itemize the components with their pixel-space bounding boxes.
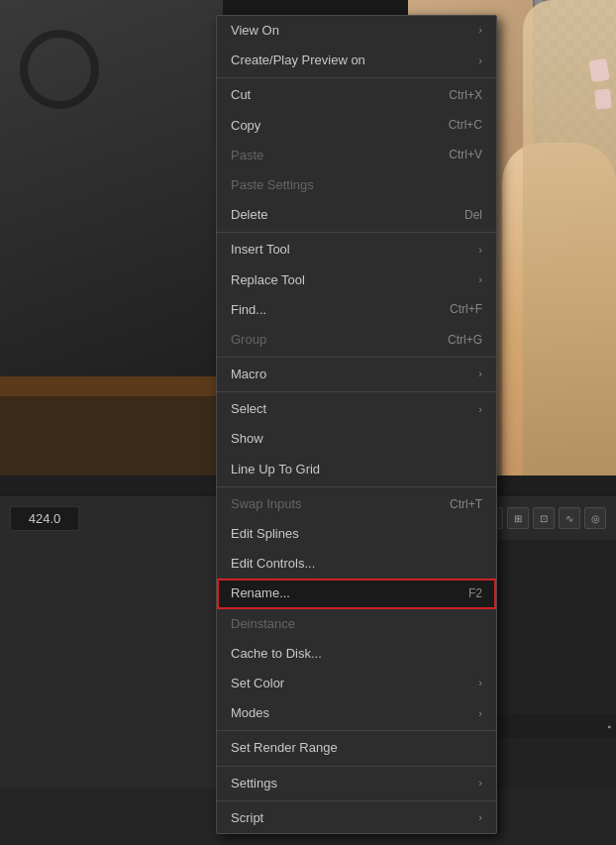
menu-divider [217,766,496,767]
submenu-arrow: › [478,706,482,721]
menu-label: Macro [231,366,266,383]
menu-item-create-play-preview[interactable]: Create/Play Preview on › [217,46,496,75]
menu-label: Replace Tool [231,271,305,289]
menu-item-modes[interactable]: Modes › [217,698,496,728]
menu-label: Find... [231,301,266,319]
shortcut-label: Ctrl+C [449,117,482,134]
menu-divider [217,77,496,78]
menu-divider [217,232,496,233]
menu-item-set-render-range[interactable]: Set Render Range [217,733,496,763]
shortcut-label: Ctrl+G [448,332,482,349]
tool-icon-3[interactable]: ⊡ [533,507,555,529]
menu-item-cache-to-disk[interactable]: Cache to Disk... [217,639,496,669]
submenu-arrow: › [478,53,482,68]
wavy-icon[interactable]: ∿ [559,507,580,529]
submenu-arrow: › [478,243,482,258]
menu-item-line-up-to-grid[interactable]: Line Up To Grid [217,455,496,484]
menu-item-group: Group Ctrl+G [217,325,496,355]
menu-item-replace-tool[interactable]: Replace Tool › [217,265,496,295]
menu-label: Delete [231,206,268,224]
menu-label: Paste [231,147,263,164]
menu-item-find[interactable]: Find... Ctrl+F [217,295,496,325]
menu-label: Modes [231,704,269,722]
menu-label: View On [231,22,279,40]
menu-divider [217,391,496,392]
submenu-arrow: › [478,776,482,791]
shortcut-label: Ctrl+V [449,147,482,163]
menu-label: Create/Play Preview on [231,52,365,69]
video-left-panel [0,0,223,475]
menu-label: Cut [231,86,251,104]
menu-label: Set Color [231,675,284,692]
menu-label: Edit Splines [231,525,299,543]
submenu-arrow: › [478,23,482,38]
menu-label: Copy [231,117,260,135]
node-right-handle: ▪ [607,721,611,732]
track-header [0,540,218,788]
menu-label: Insert Tool [231,241,290,259]
shortcut-label: Ctrl+X [449,87,482,104]
tool-icon-5[interactable]: ◎ [584,507,606,529]
shortcut-label: F2 [468,585,482,602]
menu-label: Deinstance [231,615,295,633]
menu-item-view-on[interactable]: View On › [217,16,496,46]
shortcut-label: Ctrl+T [450,496,482,513]
submenu-arrow: › [478,402,482,417]
menu-label: Select [231,400,266,418]
menu-item-macro[interactable]: Macro › [217,360,496,389]
menu-item-cut[interactable]: Cut Ctrl+X [217,80,496,110]
menu-label: Swap Inputs [231,495,302,513]
menu-item-edit-splines[interactable]: Edit Splines [217,519,496,549]
menu-divider [217,357,496,358]
menu-divider [217,486,496,487]
shortcut-label: Del [464,207,482,224]
context-menu: View On › Create/Play Preview on › Cut C… [216,15,497,834]
menu-item-settings[interactable]: Settings › [217,769,496,798]
menu-label: Paste Settings [231,176,314,194]
menu-label: Show [231,430,263,448]
menu-label: Line Up To Grid [231,461,320,478]
time-display: 424.0 [10,506,79,531]
submenu-arrow: › [478,367,482,381]
tool-icon-2[interactable]: ⊞ [507,507,529,529]
menu-label: Settings [231,775,277,792]
menu-item-insert-tool[interactable]: Insert Tool › [217,235,496,264]
menu-item-paste-settings: Paste Settings [217,170,496,200]
menu-label: Script [231,809,263,827]
menu-item-delete[interactable]: Delete Del [217,200,496,230]
menu-label: Set Render Range [231,739,338,757]
submenu-arrow: › [478,272,482,287]
menu-label: Group [231,331,266,349]
menu-label: Edit Controls... [231,555,315,573]
menu-item-set-color[interactable]: Set Color › [217,669,496,698]
menu-item-script[interactable]: Script › [217,803,496,833]
submenu-arrow: › [478,810,482,825]
menu-item-paste: Paste Ctrl+V [217,141,496,170]
shortcut-label: Ctrl+F [450,301,482,318]
submenu-arrow: › [478,676,482,690]
menu-divider [217,730,496,731]
menu-item-select[interactable]: Select › [217,394,496,424]
menu-item-deinstance: Deinstance [217,609,496,639]
menu-label: Cache to Disk... [231,645,322,663]
menu-item-copy[interactable]: Copy Ctrl+C [217,111,496,141]
menu-divider [217,800,496,801]
menu-label: Rename... [231,584,290,602]
menu-item-swap-inputs: Swap Inputs Ctrl+T [217,489,496,519]
menu-item-show[interactable]: Show [217,424,496,454]
menu-item-rename[interactable]: Rename... F2 [217,579,496,608]
menu-item-edit-controls[interactable]: Edit Controls... [217,549,496,579]
